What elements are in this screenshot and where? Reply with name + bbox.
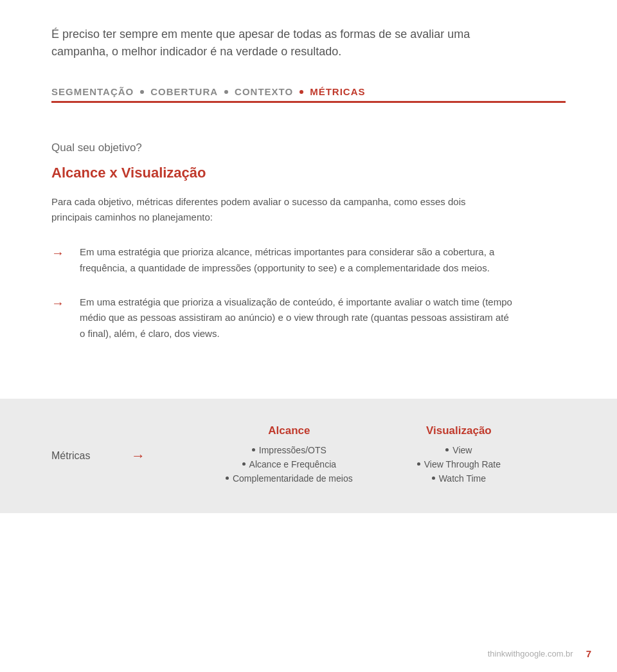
intro-text: É preciso ter sempre em mente que apesar…	[51, 26, 488, 60]
nav-item-cobertura[interactable]: COBERTURA	[150, 86, 218, 97]
section-question: Qual seu objetivo?	[51, 141, 566, 154]
alcance-item-2: Alcance e Frequência	[226, 459, 353, 469]
nav-underline	[51, 101, 566, 103]
visualizacao-dot-2	[417, 462, 420, 466]
section-intro: Para cada objetivo, métricas diferentes …	[51, 194, 476, 225]
alcance-dot-2	[242, 462, 246, 466]
metrics-alcance-title: Alcance	[226, 424, 353, 437]
visualizacao-item-1: View	[417, 445, 501, 455]
alcance-dot-3	[226, 477, 229, 480]
visualizacao-dot-3	[432, 477, 435, 480]
metrics-label: Métricas	[51, 450, 116, 462]
footer-url: thinkwithgoogle.com.br	[488, 649, 573, 658]
footer-page-number: 7	[586, 648, 591, 659]
nav-dot-2	[224, 90, 228, 94]
nav-dot-3	[300, 90, 303, 94]
arrow-icon-2: →	[51, 296, 64, 311]
bullet-text-2: Em uma estratégia que prioriza a visuali…	[80, 295, 514, 342]
metrics-alcance-items: Impressões/OTS Alcance e Frequência Comp…	[226, 445, 353, 484]
alcance-dot-1	[252, 448, 255, 451]
metrics-visualizacao-items: View View Through Rate Watch Time	[417, 445, 501, 484]
metrics-columns: Alcance Impressões/OTS Alcance e Frequên…	[161, 424, 566, 487]
nav-item-contexto[interactable]: CONTEXTO	[235, 86, 293, 97]
nav-bar: SEGMENTAÇÃO COBERTURA CONTEXTO MÉTRICAS	[51, 86, 566, 97]
bullet-item-1: → Em uma estratégia que prioriza alcance…	[51, 244, 514, 277]
nav-item-segmentacao[interactable]: SEGMENTAÇÃO	[51, 86, 134, 97]
alcance-item-3: Complementaridade de meios	[226, 473, 353, 484]
nav-items: SEGMENTAÇÃO COBERTURA CONTEXTO MÉTRICAS	[51, 86, 366, 97]
section-title: Alcance x Visualização	[51, 165, 566, 181]
visualizacao-dot-1	[445, 448, 449, 451]
visualizacao-item-2: View Through Rate	[417, 459, 501, 469]
top-section: É preciso ter sempre em mente que apesar…	[0, 0, 617, 122]
visualizacao-item-3: Watch Time	[417, 473, 501, 484]
metrics-row: Métricas → Alcance Impressões/OTS Alcanc…	[51, 424, 566, 487]
alcance-item-1: Impressões/OTS	[226, 445, 353, 455]
page: É preciso ter sempre em mente que apesar…	[0, 0, 617, 672]
content-section: Qual seu objetivo? Alcance x Visualizaçã…	[0, 122, 617, 386]
metrics-visualizacao-column: Visualização View View Through Rate W	[417, 424, 501, 487]
nav-item-metricas[interactable]: MÉTRICAS	[310, 86, 365, 97]
nav-dot-1	[140, 90, 144, 94]
bullet-item-2: → Em uma estratégia que prioriza a visua…	[51, 295, 514, 342]
arrow-icon-1: →	[51, 246, 64, 260]
metrics-alcance-column: Alcance Impressões/OTS Alcance e Frequên…	[226, 424, 353, 487]
bottom-section: Métricas → Alcance Impressões/OTS Alcanc…	[0, 399, 617, 513]
bullet-text-1: Em uma estratégia que prioriza alcance, …	[80, 244, 514, 277]
metrics-visualizacao-title: Visualização	[417, 424, 501, 437]
metrics-arrow-icon: →	[131, 448, 145, 464]
footer: thinkwithgoogle.com.br 7	[488, 648, 591, 659]
